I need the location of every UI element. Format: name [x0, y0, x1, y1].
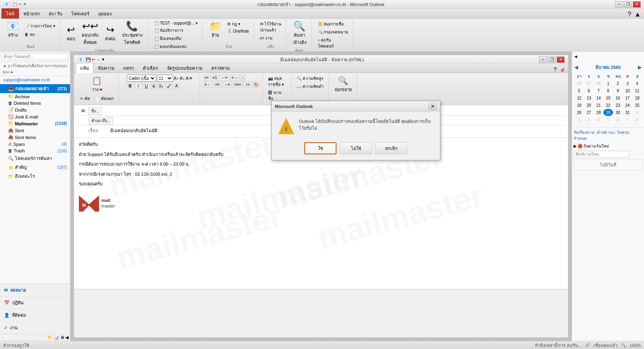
- folder-important[interactable]: ⭐ สำคัญ (197): [0, 163, 70, 172]
- compose-paste-btn[interactable]: 📋 วาง ▾: [78, 75, 116, 94]
- quick4-btn[interactable]: 📋 ตอบกลับและลบ: [152, 43, 200, 50]
- find-btn[interactable]: 🔍 ค้นหา/อ้างอิง: [290, 20, 309, 47]
- compose-tab-format[interactable]: จัดรูปแบบข้อความ: [163, 63, 207, 73]
- cal-day-21[interactable]: 21: [594, 102, 603, 109]
- cal-day-24[interactable]: 24: [623, 102, 632, 109]
- tab-view[interactable]: มุมมอง: [94, 8, 116, 18]
- justify-btn[interactable]: ≡≡≡: [233, 81, 243, 87]
- cal-prev-btn[interactable]: ◀: [574, 64, 578, 70]
- compose-pin-btn[interactable]: 📌: [558, 68, 566, 73]
- cal-day-7[interactable]: 7: [594, 87, 603, 94]
- dialog-yes-btn[interactable]: ใช่: [304, 142, 336, 154]
- sendrec-btn[interactable]: ↕ ส่ง/รับโฟลเดอร์: [316, 36, 351, 50]
- cal-next-btn[interactable]: ▶: [638, 64, 642, 70]
- nav-tasks[interactable]: ✓ งาน: [0, 322, 70, 334]
- compose-tab-review[interactable]: ตรวจทาน: [207, 63, 234, 73]
- cal-day-27[interactable]: 27: [584, 109, 594, 116]
- nav-calendar[interactable]: 📅 ปฏิทิน: [0, 297, 70, 309]
- align-left-btn[interactable]: ≡←: [203, 81, 213, 87]
- cal-day-16[interactable]: 16: [613, 94, 623, 102]
- folder-spam[interactable]: ⚠ Spam (4): [0, 141, 70, 147]
- compose-help-btn[interactable]: ?: [552, 66, 558, 73]
- cal-day-5next[interactable]: 5: [603, 116, 613, 123]
- tab-file[interactable]: ไฟล์: [2, 8, 19, 19]
- categorize-btn[interactable]: 🏷 งาน: [258, 34, 283, 42]
- underline-btn[interactable]: U: [143, 83, 150, 89]
- reply-all-btn[interactable]: ↩↩ ตอบกลับทั้งหมด: [79, 20, 101, 47]
- panel-collapse-btn[interactable]: ◄: [574, 54, 580, 59]
- restore-btn[interactable]: ❐: [624, 1, 632, 8]
- to-btn[interactable]: ถึง...: [89, 107, 102, 115]
- style-insert-btn[interactable]: 📷 สมุดราชชื่อ ▾: [266, 75, 289, 88]
- cal-day-31[interactable]: 31: [623, 109, 632, 116]
- line-spacing-btn[interactable]: ↕≡: [244, 81, 251, 87]
- tab-folder[interactable]: โฟลเดอร์: [67, 8, 94, 18]
- compose-restore-btn[interactable]: ❐: [548, 56, 556, 63]
- increase-indent-btn[interactable]: ≡→: [230, 75, 239, 81]
- cal-day-1[interactable]: 1: [603, 80, 613, 87]
- bold-btn[interactable]: B: [127, 83, 134, 89]
- find-spell-btn[interactable]: 📖 ความคิดต่ำ: [295, 83, 326, 90]
- cal-day-9[interactable]: 9: [613, 87, 623, 94]
- italic-btn[interactable]: I: [135, 83, 142, 89]
- cal-day-23[interactable]: 23: [613, 102, 623, 109]
- cal-day-22[interactable]: 22: [603, 102, 613, 109]
- cal-day-3next[interactable]: 3: [584, 116, 594, 123]
- cal-day-4next[interactable]: 4: [594, 116, 603, 123]
- help-btn[interactable]: ?: [626, 11, 633, 18]
- compose-minimize-btn[interactable]: ─: [539, 56, 547, 63]
- folder-trash[interactable]: 🗑 Trash (116): [0, 147, 70, 154]
- bg-color-btn[interactable]: 🎨: [252, 81, 260, 87]
- quick3-btn[interactable]: 📋 อีเมลของทีม: [152, 35, 200, 42]
- folder-search-folders[interactable]: 🔍 โฟลเดอร์การค้นหา: [0, 154, 70, 163]
- cal-day-26prev[interactable]: 26: [574, 80, 584, 87]
- delete-btn[interactable]: 🗑 ลบ: [23, 31, 57, 38]
- align-right-btn[interactable]: →≡: [222, 81, 232, 87]
- new-items-btn[interactable]: 📝 รายการใหม่ ▾: [23, 22, 57, 30]
- cal-day-8[interactable]: 8: [603, 87, 613, 94]
- forward-btn[interactable]: ↪ ส่งต่อ: [102, 24, 118, 44]
- addr-book-btn[interactable]: 📒 สมุดรายชื่อ: [316, 20, 351, 28]
- nav-icon4[interactable]: ◀: [65, 335, 68, 340]
- compose-body[interactable]: mailmaster mailmaster mailmaster mailmas…: [74, 138, 568, 289]
- dialog-close-btn[interactable]: ✕: [429, 103, 437, 110]
- nav-mail[interactable]: ✉ จดหมาย: [0, 284, 70, 297]
- quick2-btn[interactable]: 📋 ข้อบริการการ: [152, 27, 200, 34]
- cal-day-20[interactable]: 20: [584, 102, 594, 109]
- cal-day-15[interactable]: 15: [603, 94, 613, 102]
- compose-copy-btn[interactable]: 📄 คัดลอก: [93, 95, 116, 102]
- dialog-cancel-btn[interactable]: ยกเลิก: [375, 142, 407, 154]
- subscript-btn[interactable]: X₂: [157, 83, 165, 89]
- compose-tab-options[interactable]: ตัวเลือก: [138, 63, 163, 73]
- cal-day-7next[interactable]: 7: [623, 116, 632, 123]
- strikethrough-btn[interactable]: S̶: [151, 83, 157, 89]
- align-center-btn[interactable]: ≡≡: [213, 81, 221, 87]
- cal-day-30[interactable]: 30: [613, 109, 623, 116]
- folder-archive[interactable]: 📁 Archive: [0, 93, 70, 100]
- font-size-select[interactable]: 11: [157, 75, 173, 82]
- cal-day-5[interactable]: 5: [574, 87, 584, 94]
- nav-icon3[interactable]: 🖥: [60, 335, 64, 340]
- filter-btn[interactable]: 🔍 กรองจดหมาย: [316, 28, 351, 36]
- cal-day-28[interactable]: 28: [594, 109, 603, 116]
- new-email-btn[interactable]: 📧 สร้าง: [4, 20, 22, 40]
- nav-icon1[interactable]: 📁: [47, 335, 53, 340]
- compose-cut-btn[interactable]: ✂ ตัด: [78, 95, 92, 102]
- minimize-ribbon-btn[interactable]: ▲: [633, 11, 642, 18]
- tab-home[interactable]: หน้าแรก: [19, 8, 44, 18]
- style-image-btn[interactable]: 🖼 นานชื่อ: [266, 89, 289, 102]
- nav-icon2[interactable]: 📊: [54, 335, 59, 340]
- compose-tab-insert[interactable]: แทรก: [119, 63, 138, 73]
- folder-deleted[interactable]: 🗑 Deleted Items: [0, 100, 70, 106]
- cc-btn[interactable]: สำเนาถึง...: [89, 117, 113, 125]
- compose-tab-message[interactable]: ข้อความ: [93, 63, 119, 73]
- find-word-btn[interactable]: 🔍 ความคิดสูง: [295, 75, 326, 82]
- decrease-indent-btn[interactable]: ←≡: [219, 75, 229, 81]
- cal-day-10[interactable]: 10: [623, 87, 632, 94]
- folder-sent-items[interactable]: 📤 Sent Items: [0, 134, 70, 141]
- cal-day-28prev[interactable]: 28: [594, 80, 603, 87]
- cal-day-13[interactable]: 13: [584, 94, 594, 102]
- dialog-no-btn[interactable]: ไม่ใช่: [340, 142, 372, 154]
- cal-day-27prev[interactable]: 27: [584, 80, 594, 87]
- cal-day-3[interactable]: 3: [623, 80, 632, 87]
